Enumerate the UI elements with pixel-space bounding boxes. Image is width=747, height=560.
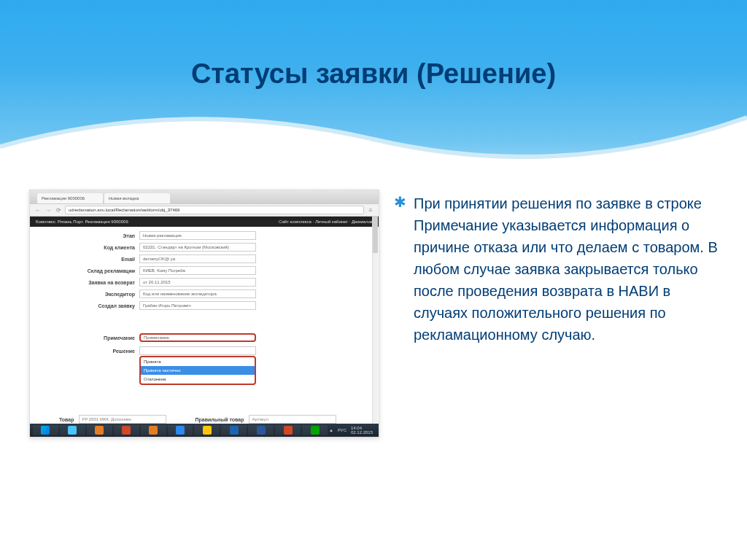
wave-shape: [0, 88, 747, 176]
form-row: Создал заявкуГрабан Игорь Петрович: [59, 301, 349, 310]
slide-title: Статусы заявки (Решение): [0, 58, 747, 90]
decision-selected[interactable]: [139, 346, 256, 355]
taskbar-app[interactable]: [114, 425, 139, 435]
warehouse-input[interactable]: КИЕВ, Кому Погреба: [139, 266, 256, 275]
field-label: Этап: [59, 233, 139, 238]
taskbar-app[interactable]: [275, 425, 301, 435]
tray-date: 02.12.2015: [351, 430, 373, 435]
browser-tab[interactable]: Рекламация 9000006: [37, 193, 103, 203]
content-area: Рекламация 9000006 Новая вкладка ← → ⟳ u…: [29, 190, 718, 531]
creator-input[interactable]: Грабан Игорь Петрович: [139, 301, 256, 310]
field-label: Склад рекламации: [59, 268, 139, 273]
taskbar-app[interactable]: [194, 425, 220, 435]
form-area: ЭтапНовая рекламация Код клиента02231. С…: [30, 227, 379, 317]
product-value: FP 2951 МКК, Дополнен.: [79, 415, 166, 424]
text-column: ✱ При принятии решения по заявке в строк…: [394, 190, 718, 531]
menu-icon[interactable]: ≡: [367, 206, 374, 214]
field-label: Экспедитор: [59, 292, 139, 297]
return-request-input[interactable]: от 20.11.2015: [139, 278, 256, 287]
body-text: При принятии решения по заявке в строке …: [414, 192, 718, 346]
slide: Статусы заявки (Решение) Рекламация 9000…: [0, 0, 747, 560]
taskbar-app[interactable]: [141, 425, 166, 435]
expeditor-input[interactable]: Код или наименование экспедитора: [139, 289, 256, 298]
field-label: Код клиента: [59, 245, 139, 250]
system-tray: ▲ РУС 14:04 02.12.2015: [329, 426, 376, 435]
page-scrollbar[interactable]: [372, 217, 378, 424]
form-row: Заявка на возвратот 20.11.2015: [59, 278, 349, 287]
browser-tab-strip: Рекламация 9000006 Новая вкладка: [30, 190, 379, 203]
notes-label: Примечание: [59, 335, 139, 341]
decision-dropdown-list: Принята Принята частично Отклонена: [139, 356, 256, 385]
decision-label: Решение: [59, 349, 139, 354]
decision-section: Примечание Примечание Решение Принята Пр…: [30, 326, 379, 365]
field-label: Email: [59, 257, 139, 262]
stage-select[interactable]: Новая рекламация: [139, 231, 256, 240]
bullet-star-icon: ✱: [394, 192, 406, 211]
form-row: ЭкспедиторКод или наименование экспедито…: [59, 289, 349, 298]
url-field[interactable]: udreclamation.azu.local/Reclamation/webf…: [65, 206, 364, 214]
taskbar-app[interactable]: [221, 425, 247, 435]
start-button[interactable]: [33, 425, 58, 435]
form-row: Склад рекламацииКИЕВ, Кому Погреба: [59, 266, 349, 275]
product-label: Товар: [59, 417, 74, 422]
form-row: EmaildemenyOK@.ya: [59, 254, 349, 263]
email-input[interactable]: demenyOK@.ya: [139, 254, 256, 263]
correct-product-input[interactable]: Артикул: [249, 415, 336, 424]
form-row: Решение Принята Принята частично Отклоне…: [59, 346, 349, 355]
taskbar-app[interactable]: [87, 425, 112, 435]
tray-net-icon[interactable]: ▲: [329, 428, 333, 432]
taskbar-app[interactable]: [60, 425, 85, 435]
page-header-bar: Комплекс. Рязань Порт. Рекламация 900000…: [30, 217, 379, 227]
page-header-left: Комплекс. Рязань Порт. Рекламация 900000…: [36, 219, 128, 224]
forward-icon[interactable]: →: [44, 206, 52, 214]
taskbar-app[interactable]: [248, 425, 274, 435]
bullet-item: ✱ При принятии решения по заявке в строк…: [394, 192, 718, 346]
taskbar-app[interactable]: [168, 425, 193, 435]
decision-option[interactable]: Отклонена: [141, 375, 255, 384]
decision-option[interactable]: Принята: [141, 357, 255, 366]
taskbar-app[interactable]: [302, 425, 328, 435]
address-bar: ← → ⟳ udreclamation.azu.local/Reclamatio…: [30, 203, 379, 217]
notes-input[interactable]: Примечание: [139, 333, 256, 342]
correct-product-label: Правильный товар: [196, 417, 244, 422]
form-row: ЭтапНовая рекламация: [59, 231, 349, 240]
field-label: Создал заявку: [59, 303, 139, 308]
decision-option[interactable]: Принята частично: [141, 366, 255, 375]
form-row: Код клиента02231. Стандарт на Кротком (М…: [59, 243, 349, 252]
reload-icon[interactable]: ⟳: [55, 206, 62, 214]
tray-lang[interactable]: РУС: [338, 428, 347, 432]
client-code-input[interactable]: 02231. Стандарт на Кротком (Московский): [139, 243, 256, 252]
page-header-right: Сайт комплекса · Личный кабинет · Джамал…: [279, 219, 373, 224]
back-icon[interactable]: ←: [34, 206, 42, 214]
scrollbar-thumb[interactable]: [373, 217, 378, 253]
browser-tab[interactable]: Новая вкладка: [104, 193, 170, 203]
os-taskbar: ▲ РУС 14:04 02.12.2015: [30, 424, 379, 437]
field-label: Заявка на возврат: [59, 280, 139, 285]
form-row: Примечание Примечание: [59, 333, 349, 342]
bottom-row: Товар FP 2951 МКК, Дополнен. Правильный …: [59, 415, 349, 424]
embedded-screenshot: Рекламация 9000006 Новая вкладка ← → ⟳ u…: [29, 190, 379, 438]
decision-select[interactable]: Принята Принята частично Отклонена: [139, 346, 256, 355]
